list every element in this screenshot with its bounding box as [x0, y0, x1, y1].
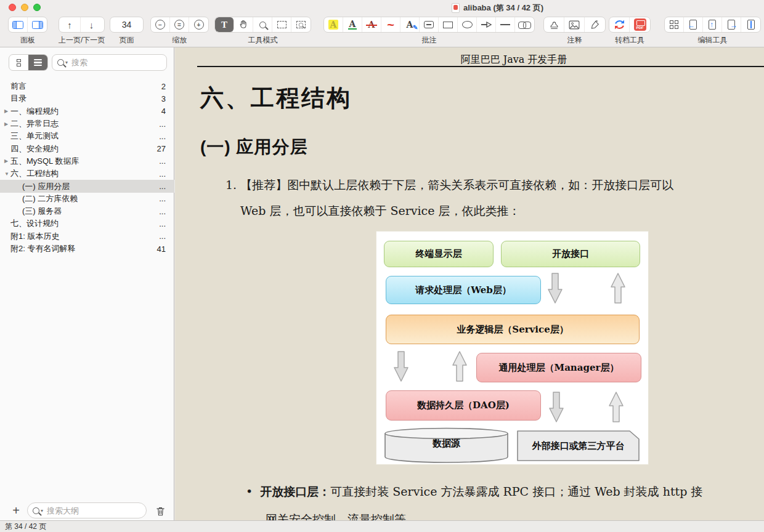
- toc-item[interactable]: 附2: 专有名词解释41: [0, 243, 174, 255]
- search-icon: [33, 507, 39, 514]
- zoom-in-button[interactable]: +: [189, 17, 208, 32]
- search-input[interactable]: [70, 57, 161, 68]
- trash-icon: [156, 506, 165, 517]
- strikethrough-icon: A: [367, 20, 376, 29]
- merge-pages-button[interactable]: ↑: [703, 17, 722, 32]
- toc-item[interactable]: ▼六、工程结构...: [0, 167, 174, 180]
- sidebar-search-field[interactable]: ▾: [52, 54, 167, 71]
- titlebar: alibaba (第 34 / 42 页): [0, 0, 764, 15]
- strikethrough-button[interactable]: A: [362, 17, 381, 32]
- diagram-box-service-layer: 业务逻辑层（Service层）: [386, 315, 640, 344]
- previous-page-button[interactable]: ↑: [59, 17, 81, 32]
- bullet-line2: 网关安全控制、流量控制等。: [266, 512, 418, 520]
- underline-icon: A: [348, 20, 357, 30]
- group-label: 批注: [323, 35, 535, 46]
- link-icon: [518, 22, 531, 28]
- insert-page-icon: ←: [689, 20, 697, 30]
- toc-item[interactable]: (二) 二方库依赖...: [0, 193, 174, 205]
- chevron-down-icon: ▾: [65, 60, 68, 65]
- zoom-out-icon: −: [155, 20, 165, 30]
- close-window-button[interactable]: [9, 4, 16, 11]
- down-arrow-icon: [548, 272, 563, 304]
- outline-search-input[interactable]: [46, 506, 141, 516]
- area-select-tool-button[interactable]: [272, 17, 291, 32]
- delete-outline-item-button[interactable]: [153, 504, 168, 518]
- toggle-left-panel-button[interactable]: [9, 17, 28, 32]
- toggle-right-panel-button[interactable]: [28, 17, 47, 32]
- outline-search-field[interactable]: ▾: [27, 502, 147, 518]
- toc-item[interactable]: ▶五、MySQL 数据库...: [0, 155, 174, 167]
- page-up-icon: ↑: [67, 20, 72, 30]
- thumbnails-icon: [17, 59, 21, 66]
- stamp-button[interactable]: [544, 17, 564, 32]
- organize-pages-button[interactable]: [665, 17, 684, 32]
- squiggly-button[interactable]: ~: [381, 17, 400, 32]
- text-select-tool-button[interactable]: T: [215, 17, 234, 32]
- rectangle-icon: [443, 22, 453, 28]
- zoom-fit-button[interactable]: =: [170, 17, 189, 32]
- export-pdf-icon: PDF: [634, 18, 646, 31]
- convert-icon: [614, 19, 625, 30]
- toolbar-group-zoom: − = + 缩放: [150, 17, 209, 46]
- section-heading: (一) 应用分层: [200, 135, 307, 159]
- page-number-field[interactable]: 34: [110, 17, 143, 32]
- list-item-line1: 1. 【推荐】图中默认上层依赖于下层，箭头关系表示可直接依赖，如：开放接口层可以: [226, 177, 673, 193]
- underline-button[interactable]: A: [343, 17, 362, 32]
- toc-item-selected[interactable]: (一) 应用分层...: [0, 180, 174, 192]
- add-outline-item-button[interactable]: +: [9, 502, 23, 518]
- area-zoom-tool-button[interactable]: [291, 17, 311, 32]
- search-tool-button[interactable]: [253, 17, 272, 32]
- rectangle-button[interactable]: [439, 17, 458, 32]
- toc-item[interactable]: 三、单元测试...: [0, 130, 174, 142]
- ellipse-button[interactable]: [458, 17, 477, 32]
- highlight-icon: A: [328, 20, 339, 30]
- zoom-out-button[interactable]: −: [151, 17, 170, 32]
- hand-tool-button[interactable]: [234, 17, 253, 32]
- next-page-button[interactable]: ↓: [81, 17, 102, 32]
- arrow-icon: [481, 22, 492, 28]
- text-correction-button[interactable]: A: [400, 17, 420, 32]
- convert-button[interactable]: [609, 17, 630, 32]
- toolbar-group-convert: PDF 转档工具: [609, 17, 651, 46]
- toc-item[interactable]: 四、安全规约27: [0, 142, 174, 155]
- toc-item[interactable]: 附1: 版本历史...: [0, 230, 174, 243]
- panel-left-icon: [12, 21, 23, 29]
- toc-item[interactable]: 前言2: [0, 80, 174, 92]
- disclosure-triangle[interactable]: ▶: [0, 158, 10, 164]
- image-button[interactable]: [564, 17, 585, 32]
- group-label: 注释: [543, 35, 606, 46]
- chevron-down-icon: ▾: [41, 508, 43, 514]
- group-label: 上一页/下一页: [59, 35, 105, 46]
- group-label: 转档工具: [609, 35, 651, 46]
- toc-item[interactable]: (三) 服务器...: [0, 205, 174, 217]
- zoom-window-button[interactable]: [33, 4, 41, 11]
- signature-button[interactable]: [585, 17, 605, 32]
- toc-item[interactable]: 七、设计规约...: [0, 217, 174, 230]
- line-button[interactable]: [496, 17, 515, 32]
- compress-button[interactable]: [741, 17, 760, 32]
- insert-page-button[interactable]: ←: [684, 17, 703, 32]
- extract-pages-button[interactable]: →: [722, 17, 741, 32]
- panel-right-icon: [32, 21, 43, 29]
- pdf-document-icon: [452, 3, 460, 13]
- sidebar: ▾ 前言2 目录3 ▶一、编程规约4 ▶二、异常日志... 三、单元测试... …: [0, 47, 174, 520]
- disclosure-triangle[interactable]: ▶: [0, 121, 10, 127]
- note-button[interactable]: [420, 17, 439, 32]
- pdf-page-view[interactable]: 阿里巴巴 Java 开发手册 六、工程结构 (一) 应用分层 1. 【推荐】图中…: [175, 47, 764, 520]
- link-button[interactable]: [515, 17, 534, 32]
- group-label: 页面: [110, 35, 144, 46]
- toc-item[interactable]: ▶二、异常日志...: [0, 118, 174, 130]
- disclosure-triangle[interactable]: ▶: [0, 108, 10, 114]
- minimize-window-button[interactable]: [21, 4, 28, 11]
- arrow-button[interactable]: [477, 17, 496, 32]
- disclosure-triangle[interactable]: ▼: [0, 171, 10, 177]
- export-pdf-button[interactable]: PDF: [630, 17, 650, 32]
- image-icon: [569, 20, 580, 30]
- thumbnails-view-button[interactable]: [9, 55, 28, 70]
- application-layers-diagram: 终端显示层 开放接口 请求处理层（Web层） 业务逻辑层（Service层） 通…: [376, 231, 649, 465]
- outline-view-button[interactable]: [28, 55, 47, 70]
- toc-item[interactable]: 目录3: [0, 92, 174, 105]
- highlight-button[interactable]: A: [324, 17, 343, 32]
- toc-item[interactable]: ▶一、编程规约4: [0, 105, 174, 118]
- toolbar-group-tool-mode: T 工具模式: [214, 17, 311, 46]
